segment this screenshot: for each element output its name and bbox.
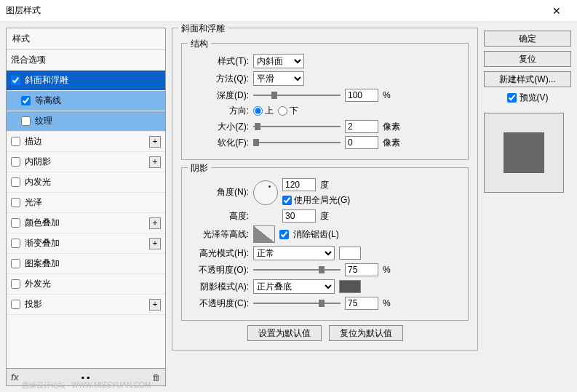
size-unit: 像素	[383, 121, 400, 133]
shadow-color-swatch[interactable]	[339, 280, 361, 293]
style-checkbox[interactable]	[11, 177, 20, 187]
style-label: 纹理	[35, 115, 161, 127]
blending-label: 混合选项	[11, 54, 161, 66]
highlight-color-swatch[interactable]	[339, 247, 361, 260]
style-item-7[interactable]: 颜色叠加+	[7, 213, 165, 233]
style-label: 渐变叠加	[25, 237, 149, 249]
style-checkbox[interactable]	[11, 239, 20, 248]
soften-unit: 像素	[383, 137, 400, 149]
altitude-input[interactable]	[282, 209, 316, 223]
opacity1-slider[interactable]	[253, 265, 341, 275]
preview-checkbox[interactable]	[507, 93, 517, 103]
preview-swatch	[504, 132, 544, 173]
fx-icon[interactable]: fx	[11, 372, 19, 383]
direction-up-radio[interactable]	[253, 106, 263, 116]
style-item-1[interactable]: 等高线	[7, 91, 165, 111]
style-item-8[interactable]: 渐变叠加+	[7, 233, 165, 254]
shadow-mode-label: 阴影模式(A):	[191, 281, 249, 293]
global-light-label: 使用全局光(G)	[294, 194, 350, 207]
opacity1-input[interactable]	[345, 263, 378, 276]
reset-button[interactable]: 复位	[484, 51, 571, 67]
style-label: 内发光	[25, 176, 161, 188]
preview-label: 预览(V)	[520, 92, 549, 104]
angle-label: 角度(N):	[191, 186, 249, 199]
direction-down-radio[interactable]	[278, 106, 287, 116]
structure-group: 结构 样式(T): 内斜面 方法(Q): 平滑 深度(D): % 方向:	[181, 43, 469, 160]
opacity2-slider[interactable]	[253, 298, 341, 308]
altitude-unit: 度	[320, 210, 329, 223]
size-label: 大小(Z):	[191, 121, 249, 133]
style-item-10[interactable]: 外发光	[7, 274, 165, 295]
style-checkbox[interactable]	[21, 96, 31, 105]
soften-label: 软化(F):	[191, 137, 249, 149]
bevel-group: 斜面和浮雕 结构 样式(T): 内斜面 方法(Q): 平滑 深度(D): %	[172, 28, 478, 351]
style-item-0[interactable]: 斜面和浮雕	[7, 71, 165, 91]
style-checkbox[interactable]	[11, 300, 20, 309]
size-slider[interactable]	[253, 121, 341, 132]
angle-unit: 度	[320, 179, 329, 191]
depth-unit: %	[383, 90, 391, 100]
watermark: 思缘设计论坛 · WWW.MISSYUAN.COM	[22, 380, 151, 391]
style-label: 光泽	[25, 196, 161, 209]
trash-icon[interactable]: 🗑	[152, 372, 161, 383]
style-label: 图案叠加	[25, 257, 161, 270]
opacity1-unit: %	[383, 265, 391, 275]
style-label: 描边	[25, 135, 149, 148]
add-instance-icon[interactable]: +	[149, 299, 161, 311]
depth-slider[interactable]	[253, 90, 341, 100]
new-style-button[interactable]: 新建样式(W)...	[484, 71, 571, 87]
angle-dial[interactable]	[253, 180, 278, 205]
style-item-4[interactable]: 内阴影+	[7, 152, 165, 172]
opacity2-input[interactable]	[345, 297, 378, 310]
highlight-mode-select[interactable]: 正常	[253, 246, 335, 260]
size-input[interactable]	[345, 120, 378, 133]
shadow-mode-select[interactable]: 正片叠底	[253, 279, 335, 294]
styles-column: 样式 混合选项 斜面和浮雕等高线纹理描边+内阴影+内发光光泽颜色叠加+渐变叠加+…	[6, 28, 166, 386]
global-light-checkbox[interactable]	[282, 196, 292, 205]
style-checkbox[interactable]	[11, 157, 20, 167]
down-label: 下	[290, 105, 298, 117]
blending-options[interactable]: 混合选项	[7, 50, 165, 71]
add-instance-icon[interactable]: +	[149, 156, 161, 168]
style-item-11[interactable]: 投影+	[7, 295, 165, 315]
style-item-6[interactable]: 光泽	[7, 193, 165, 213]
technique-select[interactable]: 平滑	[253, 71, 304, 86]
add-instance-icon[interactable]: +	[149, 238, 161, 249]
add-instance-icon[interactable]: +	[149, 217, 161, 229]
soften-input[interactable]	[345, 136, 378, 149]
style-label: 样式(T):	[191, 55, 249, 68]
preview-box	[484, 113, 564, 193]
add-instance-icon[interactable]: +	[149, 136, 161, 148]
right-column: 确定 复位 新建样式(W)... 预览(V)	[484, 28, 571, 386]
styles-list: 样式 混合选项 斜面和浮雕等高线纹理描边+内阴影+内发光光泽颜色叠加+渐变叠加+…	[6, 28, 166, 369]
ok-button[interactable]: 确定	[484, 31, 571, 47]
style-checkbox[interactable]	[11, 76, 20, 85]
style-checkbox[interactable]	[21, 116, 31, 126]
opacity1-label: 不透明度(O):	[191, 264, 249, 276]
reset-default-button[interactable]: 复位为默认值	[329, 325, 403, 341]
style-item-9[interactable]: 图案叠加	[7, 254, 165, 274]
style-label: 颜色叠加	[25, 217, 149, 229]
style-checkbox[interactable]	[11, 137, 20, 146]
style-label: 外发光	[25, 278, 161, 290]
close-icon[interactable]: ✕	[542, 5, 571, 17]
depth-label: 深度(D):	[191, 89, 249, 102]
soften-slider[interactable]	[253, 137, 341, 148]
opacity2-label: 不透明度(C):	[191, 297, 249, 310]
style-item-5[interactable]: 内发光	[7, 172, 165, 193]
style-item-3[interactable]: 描边+	[7, 132, 165, 152]
style-select[interactable]: 内斜面	[253, 54, 304, 68]
up-label: 上	[265, 105, 274, 117]
style-checkbox[interactable]	[11, 259, 20, 268]
gloss-contour-picker[interactable]	[253, 225, 275, 243]
style-checkbox[interactable]	[11, 218, 20, 228]
antialias-checkbox[interactable]	[279, 230, 289, 239]
depth-input[interactable]	[345, 89, 378, 102]
style-checkbox[interactable]	[11, 279, 20, 289]
style-item-2[interactable]: 纹理	[7, 111, 165, 132]
technique-label: 方法(Q):	[191, 73, 249, 85]
styles-header: 样式	[7, 28, 165, 50]
make-default-button[interactable]: 设置为默认值	[247, 325, 322, 341]
angle-input[interactable]	[282, 178, 316, 191]
style-checkbox[interactable]	[11, 198, 20, 207]
